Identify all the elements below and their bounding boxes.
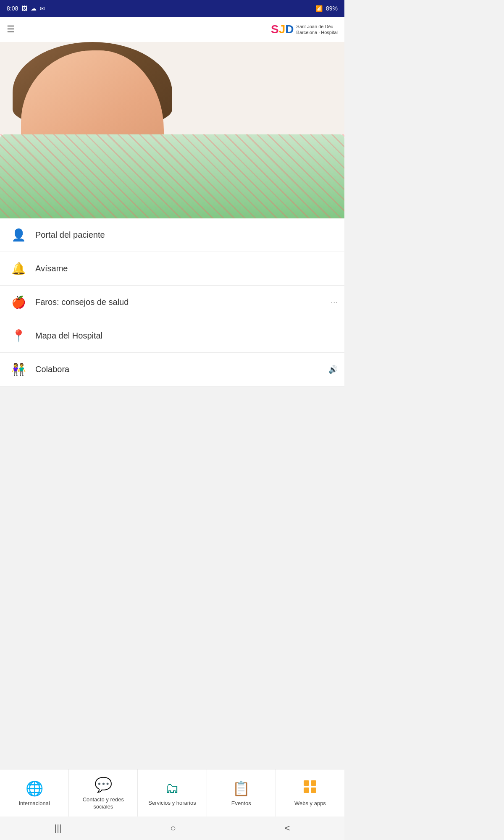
bottom-nav-webs-apps-label: Webs y apps <box>294 800 326 807</box>
svg-rect-2 <box>304 788 309 793</box>
globe-icon: 🌐 <box>26 780 43 797</box>
wifi-icon: 📶 <box>315 5 323 12</box>
menu-item-faros-label: Faros: consejos de salud <box>35 297 129 307</box>
body-pattern <box>0 134 344 218</box>
logo-s: S <box>271 23 279 36</box>
hero-image <box>0 42 344 218</box>
battery-level: 89% <box>326 5 338 12</box>
image-icon: 🖼 <box>21 5 27 12</box>
email-icon: ✉ <box>40 5 45 12</box>
menu-item-mapa-label: Mapa del Hospital <box>35 331 102 341</box>
map-pin-icon: 📍 <box>10 329 27 343</box>
home-button[interactable]: ○ <box>158 819 188 838</box>
menu-item-avisame[interactable]: 🔔 Avísame <box>0 252 344 286</box>
svg-rect-0 <box>304 780 309 786</box>
menu-item-portal-paciente[interactable]: 👤 Portal del paciente <box>0 218 344 252</box>
bottom-nav-eventos[interactable]: 📋 Eventos <box>207 769 276 816</box>
bell-icon: 🔔 <box>10 262 27 276</box>
person-icon: 👤 <box>10 228 27 242</box>
svg-rect-3 <box>311 788 316 793</box>
chat-icon: 💬 <box>94 776 112 793</box>
status-time: 8:08 <box>7 5 18 12</box>
menu-item-colabora-label: Colabora <box>35 365 69 374</box>
bottom-nav-contacto[interactable]: 💬 Contacto y redes sociales <box>69 769 138 816</box>
menu-item-portal-paciente-label: Portal del paciente <box>35 230 105 240</box>
logo-j: J <box>279 23 286 36</box>
system-navigation-bar: ||| ○ < <box>0 816 344 840</box>
cloud-icon: ☁ <box>31 5 37 12</box>
menu-item-colabora[interactable]: 👫 Colabora 🔊 <box>0 353 344 386</box>
back-button[interactable]: < <box>272 819 303 838</box>
hospital-logo: SJD Sant Joan de Déu Barcelona · Hospita… <box>271 23 338 36</box>
bottom-nav-webs-apps[interactable]: Webs y apps <box>276 769 344 816</box>
apps-icon <box>303 780 317 797</box>
bottom-nav-internacional-label: Internacional <box>18 800 50 807</box>
logo-initials: SJD <box>271 23 294 36</box>
menu-item-avisame-label: Avísame <box>35 264 68 273</box>
more-options-icon[interactable]: ··· <box>331 297 338 307</box>
people-icon: 👫 <box>10 362 27 376</box>
bottom-nav-internacional[interactable]: 🌐 Internacional <box>0 769 69 816</box>
menu-item-faros[interactable]: 🍎 Faros: consejos de salud ··· <box>0 286 344 319</box>
apple-icon: 🍎 <box>10 295 27 309</box>
main-menu-list: 👤 Portal del paciente 🔔 Avísame 🍎 Faros:… <box>0 218 344 386</box>
app-header: ☰ SJD Sant Joan de Déu Barcelona · Hospi… <box>0 17 344 42</box>
status-right: 📶 89% <box>315 5 338 12</box>
hospital-name-text: Sant Joan de Déu Barcelona · Hospital <box>297 24 338 36</box>
status-bar: 8:08 🖼 ☁ ✉ 📶 89% <box>0 0 344 17</box>
logo-d: D <box>285 23 294 36</box>
services-icon: 🗂 <box>165 780 179 796</box>
recents-button[interactable]: ||| <box>42 819 74 838</box>
bottom-nav-servicios-label: Servicios y horarios <box>148 800 196 807</box>
bottom-nav-contacto-label: Contacto y redes sociales <box>72 796 134 811</box>
audio-icon[interactable]: 🔊 <box>328 365 338 374</box>
bottom-navigation: 🌐 Internacional 💬 Contacto y redes socia… <box>0 769 344 816</box>
main-content: 👤 Portal del paciente 🔔 Avísame 🍎 Faros:… <box>0 42 344 840</box>
events-icon: 📋 <box>232 780 250 797</box>
hamburger-menu-button[interactable]: ☰ <box>7 24 15 35</box>
bottom-nav-eventos-label: Eventos <box>231 800 251 807</box>
hero-child-figure <box>0 42 344 218</box>
menu-item-mapa-hospital[interactable]: 📍 Mapa del Hospital <box>0 319 344 353</box>
svg-rect-1 <box>311 780 316 786</box>
bottom-nav-servicios[interactable]: 🗂 Servicios y horarios <box>138 769 207 816</box>
child-body <box>0 134 344 218</box>
status-left: 8:08 🖼 ☁ ✉ <box>7 5 45 12</box>
